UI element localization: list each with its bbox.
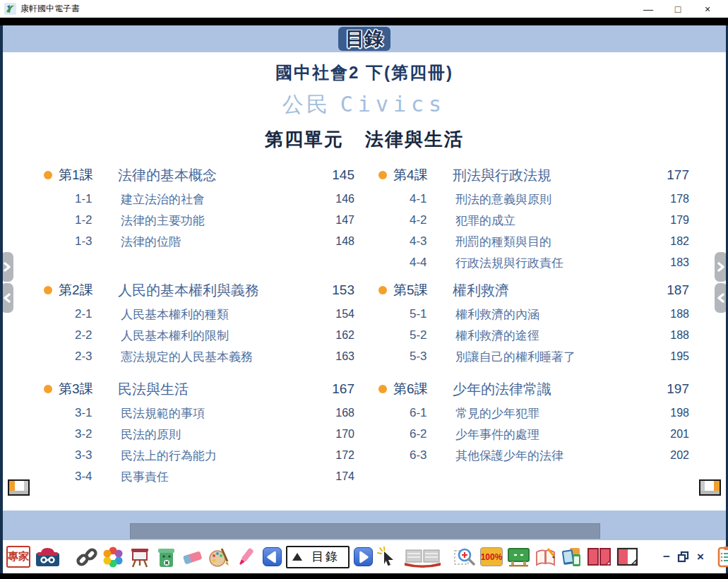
page-corner-icon — [700, 481, 720, 491]
section-title: 人民基本權利的種類 — [107, 306, 322, 323]
color-wheel-icon[interactable] — [102, 546, 124, 568]
lesson-page-number: 177 — [657, 167, 689, 183]
lesson-label: 第1課 — [59, 166, 109, 184]
lesson-entry[interactable]: 第6課少年的法律常識197 — [378, 377, 689, 401]
clipboard-icon[interactable] — [717, 546, 728, 568]
left-nav-forward-button[interactable] — [3, 252, 13, 282]
notebook-icon[interactable] — [535, 547, 556, 567]
section-entry[interactable]: 4-2犯罪的成立179 — [378, 210, 689, 231]
zoom-level-badge[interactable]: 100% — [480, 547, 503, 566]
section-number: 2-3 — [75, 350, 107, 364]
section-title: 刑罰的種類與目的 — [442, 234, 657, 250]
eraser-icon[interactable] — [181, 547, 203, 568]
section-page-number: 202 — [657, 449, 689, 462]
section-entry[interactable]: 2-1人民基本權利的種類154 — [44, 304, 354, 325]
section-number: 6-2 — [410, 427, 442, 441]
lesson-group: 第6課少年的法律常識1976-1常見的少年犯罪1986-2少年事件的處理2016… — [378, 377, 689, 487]
section-entry[interactable]: 1-1建立法治的社會146 — [44, 189, 354, 210]
zoom-in-icon[interactable] — [454, 546, 476, 568]
prev-page-button[interactable] — [263, 547, 282, 566]
section-entry[interactable]: 6-3其他保護少年的法律202 — [378, 445, 689, 466]
lesson-entry[interactable]: 第5課權利救濟187 — [378, 278, 689, 302]
section-entry[interactable]: 3-2民法的原則170 — [44, 424, 354, 445]
window-minimize-button[interactable]: — — [633, 4, 663, 15]
easel-icon[interactable] — [129, 546, 151, 568]
book-title: 國中社會2 下(第四冊) — [3, 61, 726, 84]
lesson-entry[interactable]: 第1課法律的基本概念145 — [44, 163, 354, 187]
lesson-entry[interactable]: 第4課刑法與行政法規177 — [378, 163, 689, 187]
section-title: 權利救濟的內涵 — [442, 306, 657, 323]
open-book-icon-glyph — [402, 547, 443, 568]
section-entry[interactable]: 2-3憲法規定的人民基本義務163 — [44, 346, 354, 367]
cursor-icon[interactable] — [377, 547, 398, 568]
open-book-icon[interactable] — [402, 547, 443, 568]
lesson-entry[interactable]: 第3課民法與生活167 — [44, 377, 354, 401]
section-number: 1-2 — [75, 213, 107, 227]
section-page-number: 178 — [657, 193, 689, 205]
section-entry[interactable]: 3-4民事責任174 — [44, 466, 354, 487]
scrollbar-thumb[interactable] — [130, 523, 600, 539]
caret-up-icon — [292, 553, 302, 561]
section-number: 4-4 — [410, 256, 442, 270]
devices-icon[interactable] — [561, 546, 583, 568]
section-entry[interactable]: 2-2人民基本權利的限制162 — [44, 325, 354, 346]
chevron-left-icon — [3, 293, 11, 303]
left-nav-back-button[interactable] — [3, 283, 13, 313]
color-wheel-icon-glyph — [102, 546, 124, 568]
right-nav-forward-button[interactable] — [715, 252, 726, 282]
window-maximize-button[interactable]: □ — [663, 4, 693, 15]
lesson-entry[interactable]: 第2課人民的基本權利與義務153 — [44, 278, 354, 302]
chalkboard-icon-glyph — [507, 547, 530, 567]
section-entry[interactable]: 5-1權利救濟的內涵188 — [378, 304, 689, 325]
page-title: 目錄 — [338, 27, 390, 51]
recycle-bin-icon[interactable] — [155, 546, 177, 568]
section-entry[interactable]: 1-3法律的位階148 — [44, 231, 354, 252]
highlighter-icon[interactable] — [234, 546, 257, 568]
unit-label: 第四單元 — [265, 129, 344, 150]
section-entry[interactable]: 3-3民法上的行為能力172 — [44, 445, 354, 466]
toolbar-close-button-glyph: × — [694, 550, 707, 564]
lesson-label: 第2課 — [59, 281, 109, 299]
lesson-label: 第4課 — [393, 166, 444, 184]
notebook-icon-glyph — [535, 547, 556, 567]
link-icon[interactable] — [76, 547, 97, 568]
section-entry[interactable]: 4-1刑法的意義與原則178 — [378, 189, 689, 210]
lesson-group: 第4課刑法與行政法規1774-1刑法的意義與原則1784-2犯罪的成立1794-… — [378, 163, 689, 278]
clipboard-icon-glyph — [717, 546, 728, 568]
section-title: 法律的位階 — [107, 234, 322, 250]
section-title: 別讓自己的權利睡著了 — [442, 349, 657, 365]
lesson-title: 法律的基本概念 — [109, 166, 322, 185]
page-corner-flip-right[interactable] — [699, 479, 721, 496]
section-entry[interactable]: 1-2法律的主要功能147 — [44, 210, 354, 231]
section-entry[interactable]: 6-2少年事件的處理201 — [378, 424, 689, 445]
toolbar-restore-button-glyph — [677, 551, 690, 563]
double-page-icon[interactable] — [587, 547, 611, 568]
lesson-label: 第3課 — [59, 380, 109, 398]
section-entry[interactable]: 6-1常見的少年犯罪198 — [378, 402, 689, 424]
page-selector[interactable]: 目錄 — [286, 546, 350, 568]
toolbox-icon[interactable] — [35, 546, 61, 568]
section-number: 4-1 — [410, 192, 442, 206]
toolbar-close-button[interactable]: × — [694, 550, 707, 564]
easel-icon-glyph — [129, 546, 151, 568]
section-entry[interactable]: 5-2權利救濟的途徑188 — [378, 325, 689, 346]
bullet-icon — [378, 385, 387, 393]
app-icon — [4, 3, 16, 15]
section-entry[interactable]: 5-3別讓自己的權利睡著了195 — [378, 346, 689, 367]
unit-title: 法律與生活 — [365, 129, 464, 150]
expert-button[interactable]: 專家 — [6, 546, 30, 568]
section-entry[interactable]: 3-1民法規範的事項168 — [44, 402, 354, 424]
chalkboard-icon[interactable] — [507, 547, 530, 567]
section-page-number: 179 — [657, 214, 689, 227]
right-nav-back-button[interactable] — [715, 283, 726, 313]
next-page-button[interactable] — [354, 547, 373, 566]
window-close-button[interactable]: × — [693, 4, 722, 15]
palette-icon[interactable] — [208, 546, 230, 568]
section-entry[interactable]: 4-4行政法規與行政責任183 — [378, 252, 689, 273]
page-corner-flip-left[interactable] — [8, 479, 30, 496]
section-entry[interactable]: 4-3刑罰的種類與目的182 — [378, 231, 689, 252]
toolbar-restore-button[interactable] — [677, 551, 690, 563]
toolbar-minimize-button[interactable]: − — [660, 550, 673, 564]
single-page-icon[interactable] — [616, 547, 639, 568]
eraser-icon-glyph — [181, 547, 203, 568]
